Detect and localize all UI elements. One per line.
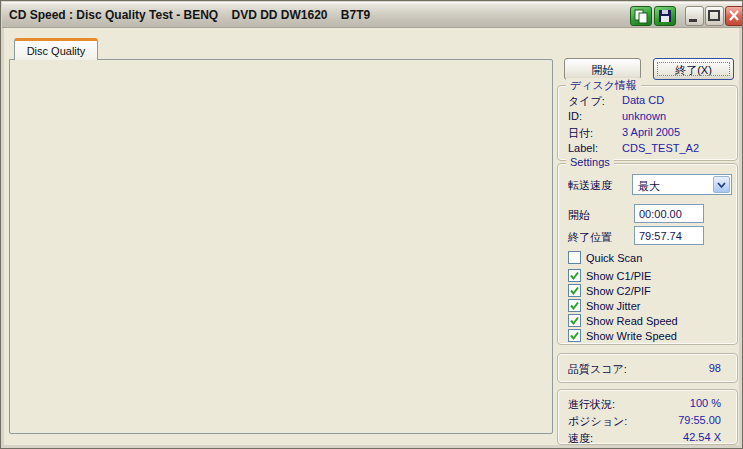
check-icon xyxy=(569,330,580,341)
show-read-speed-checkbox[interactable] xyxy=(568,314,581,327)
app-window: CD Speed : Disc Quality Test - BENQ DVD … xyxy=(0,0,743,449)
chevron-down-icon[interactable] xyxy=(713,176,730,193)
start-button[interactable]: 開始 xyxy=(564,58,641,80)
minimize-icon xyxy=(686,7,703,25)
group-progress: 進行状況: 100 % ポジション: 79:55.00 速度: 42.54 X xyxy=(557,389,738,445)
check-icon xyxy=(569,270,580,281)
position-label: ポジション: xyxy=(568,414,627,429)
tab-disc-quality[interactable]: Disc Quality xyxy=(14,38,98,60)
check-icon xyxy=(569,285,580,296)
quality-score-label: 品質スコア: xyxy=(568,362,627,377)
start-button-label: 開始 xyxy=(592,64,614,76)
show-read-speed-label: Show Read Speed xyxy=(586,315,678,327)
disc-info-value: 3 April 2005 xyxy=(622,126,680,138)
settings-title: Settings xyxy=(566,156,614,168)
tab-label: Disc Quality xyxy=(27,45,86,57)
position-value: 79:55.00 xyxy=(678,414,721,426)
disc-info-title: ディスク情報 xyxy=(566,78,641,93)
maximize-icon xyxy=(706,7,723,25)
floppy-disk-icon xyxy=(655,7,675,25)
check-icon xyxy=(569,315,580,326)
focus-rect xyxy=(657,62,730,76)
start-position-label: 開始 xyxy=(568,208,590,223)
group-quality-score: 品質スコア: 98 xyxy=(557,353,738,383)
progress-label: 進行状況: xyxy=(568,397,615,412)
tab-page xyxy=(9,59,553,434)
group-settings: Settings 転送速度 最大 開始 00:00.00 終了位置 79:57.… xyxy=(557,163,738,345)
group-disc-info: ディスク情報 タイプ: Data CD ID: unknown 日付: 3 Ap… xyxy=(557,85,738,161)
exit-button[interactable]: 終了(X) xyxy=(653,58,734,80)
check-icon xyxy=(569,300,580,311)
disc-info-label: 日付: xyxy=(568,126,593,141)
show-c1-pie-checkbox[interactable] xyxy=(568,269,581,282)
quality-score-value: 98 xyxy=(709,362,721,374)
disc-info-value: CDS_TEST_A2 xyxy=(622,142,699,154)
end-position-input[interactable]: 79:57.74 xyxy=(634,226,704,245)
disc-info-label: タイプ: xyxy=(568,94,605,109)
window-title: CD Speed : Disc Quality Test - BENQ DVD … xyxy=(9,8,370,22)
close-icon xyxy=(726,7,743,25)
save-icon[interactable] xyxy=(654,6,676,26)
close-button[interactable] xyxy=(725,6,743,26)
transfer-speed-value: 最大 xyxy=(638,179,660,194)
title-bar[interactable]: CD Speed : Disc Quality Test - BENQ DVD … xyxy=(2,2,743,28)
transfer-speed-select[interactable]: 最大 xyxy=(632,174,732,195)
end-position-label: 終了位置 xyxy=(568,230,612,245)
show-c2-pif-checkbox[interactable] xyxy=(568,284,581,297)
quick-scan-label: Quick Scan xyxy=(586,252,642,264)
transfer-speed-label: 転送速度 xyxy=(568,178,612,193)
copy-icon[interactable] xyxy=(630,6,652,26)
disc-info-label: ID: xyxy=(568,110,582,122)
progress-value: 100 % xyxy=(690,397,721,409)
speed-value: 42.54 X xyxy=(683,431,721,443)
speed-label: 速度: xyxy=(568,431,593,446)
show-write-speed-checkbox[interactable] xyxy=(568,329,581,342)
show-jitter-checkbox[interactable] xyxy=(568,299,581,312)
copy-pages-icon xyxy=(631,7,651,25)
maximize-button[interactable] xyxy=(705,6,724,26)
disc-info-value: unknown xyxy=(622,110,666,122)
show-c1-pie-label: Show C1/PIE xyxy=(586,270,651,282)
show-write-speed-label: Show Write Speed xyxy=(586,330,677,342)
show-jitter-label: Show Jitter xyxy=(586,300,640,312)
quick-scan-checkbox[interactable] xyxy=(568,251,581,264)
disc-info-label: Label: xyxy=(568,142,598,154)
show-c2-pif-label: Show C2/PIF xyxy=(586,285,651,297)
disc-info-value: Data CD xyxy=(622,94,664,106)
start-position-input[interactable]: 00:00.00 xyxy=(634,204,704,223)
minimize-button[interactable] xyxy=(685,6,704,26)
